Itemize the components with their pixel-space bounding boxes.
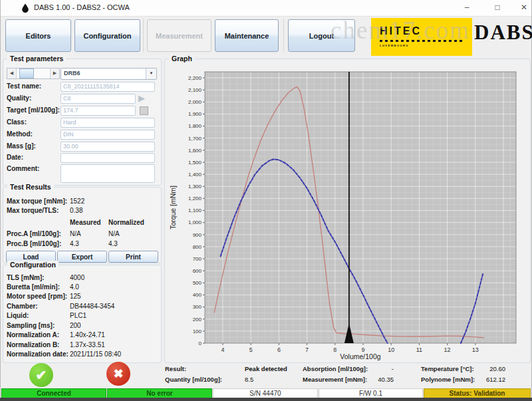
test-results-group: Test Results Max torque [mNm]: 1522 Max … <box>3 187 162 263</box>
mass-field[interactable]: 30.00 <box>61 142 155 152</box>
hitec-logo-text: HITEC <box>380 25 422 37</box>
hitec-logo-subtext: LUXEMBOURG <box>380 44 409 47</box>
normalization-a-label: Normalization A: <box>7 331 59 338</box>
svg-text:200: 200 <box>193 317 202 323</box>
preset-select[interactable]: DRB6 ▼ <box>61 68 157 80</box>
tls-value: 4000 <box>70 274 84 281</box>
target-label: Target [ml/100g]: <box>7 106 60 114</box>
polynome-value: 612.12 <box>472 376 505 383</box>
svg-text:1,700: 1,700 <box>188 136 202 142</box>
svg-text:5: 5 <box>249 346 253 353</box>
proc-a-measured: N/A <box>70 230 81 237</box>
chevron-down-icon: ▼ <box>146 68 156 79</box>
svg-text:1,000: 1,000 <box>188 219 202 225</box>
window-title: DABS 1.00 - DABS2 - OCWA <box>34 3 130 11</box>
svg-text:Torque [mNm]: Torque [mNm] <box>169 186 177 229</box>
svg-text:500: 500 <box>193 280 202 286</box>
svg-text:2,000: 2,000 <box>188 99 202 105</box>
minimize-button[interactable]: – <box>457 1 477 14</box>
close-button[interactable]: ✕ <box>514 1 532 14</box>
motor-speed-label: Motor speed [rpm]: <box>7 293 67 300</box>
svg-text:7: 7 <box>305 346 309 353</box>
scroll-left-icon[interactable]: ◀ <box>7 68 17 78</box>
title-bar: DABS 1.00 - DABS2 - OCWA – □ ✕ <box>1 0 531 17</box>
target-browse-button[interactable] <box>140 106 148 115</box>
test-parameters-title: Test parameters <box>7 55 66 63</box>
max-torque-tls-value: 0.38 <box>70 207 82 214</box>
svg-text:1,200: 1,200 <box>188 196 202 201</box>
svg-text:4: 4 <box>221 346 224 353</box>
svg-text:100: 100 <box>193 329 202 334</box>
quality-field[interactable]: C8 <box>61 94 136 104</box>
editors-button[interactable]: Editors <box>5 19 71 52</box>
test-name-field[interactable]: C8_20211115135814 <box>61 82 155 92</box>
measured-column-header: Measured <box>70 219 101 226</box>
sampling-label: Sampling [ms]: <box>7 322 55 329</box>
scrollbar-thumb[interactable] <box>19 68 34 78</box>
svg-text:1,600: 1,600 <box>188 148 202 154</box>
play-icon[interactable]: ▶ <box>138 94 145 102</box>
normalization-b-label: Normalization B: <box>7 341 59 348</box>
measurement-button: Measurement <box>147 19 211 52</box>
date-field[interactable] <box>61 153 155 163</box>
svg-text:700: 700 <box>193 256 202 262</box>
absorption-label: Absorption [ml/100g]: <box>303 365 368 372</box>
configuration-group: Configuration TLS [mNm]: 4000 Buretta [m… <box>3 265 162 363</box>
normalized-column-header: Normalized <box>108 219 144 226</box>
dabs-logo: DABS <box>474 21 532 45</box>
status-serial-number: S/N 44470 <box>213 388 318 398</box>
polynome-label: Polynome [mNm]: <box>421 376 475 383</box>
absorption-value: - <box>366 365 394 372</box>
temperature-value: 20.60 <box>472 365 505 372</box>
scroll-right-icon[interactable]: ▶ <box>50 68 59 78</box>
svg-text:6: 6 <box>277 346 281 353</box>
toolbar-separator <box>143 19 144 52</box>
svg-text:1,500: 1,500 <box>188 160 202 166</box>
method-label: Method: <box>7 130 33 138</box>
liquid-value: PLC1 <box>70 312 86 319</box>
configuration-title: Configuration <box>7 261 59 269</box>
measurement-label: Measurement [mNm]: <box>303 376 367 383</box>
record-scrollbar[interactable]: ◀ ▶ <box>7 68 60 79</box>
print-button[interactable]: Print <box>108 251 158 263</box>
test-results-title: Test Results <box>7 183 54 191</box>
max-torque-value: 1522 <box>70 198 84 205</box>
svg-text:800: 800 <box>193 244 202 250</box>
preset-value: DRB6 <box>61 68 146 79</box>
measurement-value: 40.35 <box>366 376 394 383</box>
scrollbar-track[interactable] <box>17 68 50 78</box>
svg-text:600: 600 <box>193 268 202 274</box>
buretta-label: Buretta [ml/min]: <box>7 283 60 291</box>
svg-text:13: 13 <box>472 346 479 353</box>
quantity-value: 8.5 <box>245 376 253 383</box>
date-label: Date: <box>7 154 23 161</box>
chamber-value: DB44484-3454 <box>70 303 114 310</box>
method-field[interactable]: DIN <box>61 130 155 140</box>
drop-icon <box>21 3 29 13</box>
target-field[interactable]: 174.7 <box>61 106 136 116</box>
svg-text:900: 900 <box>193 232 202 238</box>
svg-text:2,200: 2,200 <box>188 75 202 81</box>
connected-ok-icon: ✔ <box>29 363 53 387</box>
chamber-label: Chamber: <box>7 303 38 310</box>
comment-field[interactable] <box>61 164 155 183</box>
proc-b-normalized: 4.3 <box>108 240 118 247</box>
maintenance-button[interactable]: Maintenance <box>215 19 279 52</box>
result-label: Result: <box>165 365 186 372</box>
configuration-button[interactable]: Configuration <box>74 19 140 52</box>
hitec-logo-dashes <box>380 40 464 42</box>
maximize-button[interactable]: □ <box>487 1 507 14</box>
svg-text:8: 8 <box>333 346 336 353</box>
comment-label: Comment: <box>7 165 39 172</box>
logout-button[interactable]: Logout <box>288 19 355 52</box>
svg-text:2,100: 2,100 <box>188 87 202 93</box>
svg-text:12: 12 <box>444 346 451 353</box>
class-field[interactable]: Hard <box>61 118 155 128</box>
status-firmware: F/W 0.1 <box>319 388 423 398</box>
window-bottom-edge <box>0 398 532 401</box>
export-button[interactable]: Export <box>57 251 107 263</box>
svg-text:1,300: 1,300 <box>188 184 202 190</box>
max-torque-label: Max torque [mNm]: <box>7 198 67 205</box>
toolbar-separator <box>283 19 284 52</box>
normalization-a-value: 1.40x-24.71 <box>70 331 105 338</box>
